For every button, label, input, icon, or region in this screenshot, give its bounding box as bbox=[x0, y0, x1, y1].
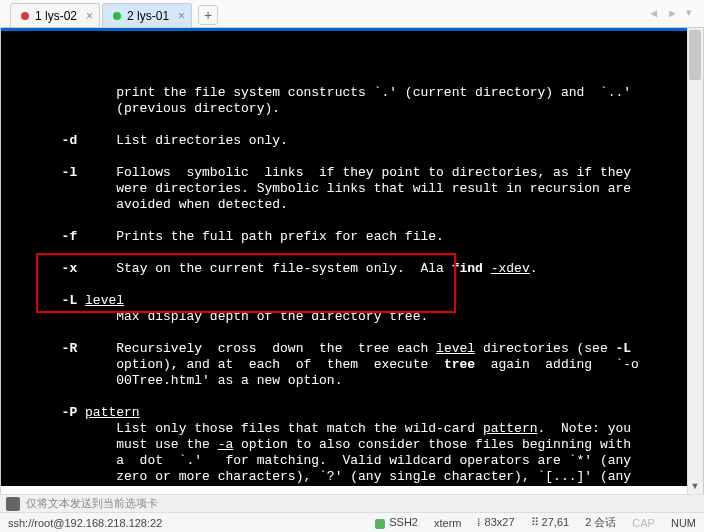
man-text: directories (see bbox=[475, 341, 615, 356]
tab-label: 2 lys-01 bbox=[127, 9, 169, 23]
man-text: Stay on the current file-system only. Al… bbox=[77, 261, 451, 276]
man-bold: -L bbox=[616, 341, 632, 356]
status-pos: ⠿ 27,61 bbox=[531, 516, 570, 529]
send-bar-text: 仅将文本发送到当前选项卡 bbox=[26, 496, 158, 511]
man-flag-l: -l bbox=[7, 165, 77, 180]
man-arg-pattern: pattern bbox=[85, 405, 140, 420]
tab-bar: 1 lys-02 × 2 lys-01 × + ◄ ► ▾ bbox=[0, 0, 704, 28]
man-flag-f: -f bbox=[7, 229, 77, 244]
man-text: must use the bbox=[7, 437, 218, 452]
status-size: ⁞ 83x27 bbox=[477, 516, 514, 529]
man-text: Recursively cross down the tree each bbox=[77, 341, 436, 356]
terminal-wrapper: print the file system constructs `.' (cu… bbox=[0, 28, 704, 494]
scrollbar[interactable]: ▼ bbox=[687, 28, 703, 494]
man-underline: -xdev bbox=[491, 261, 530, 276]
man-underline: pattern bbox=[483, 421, 538, 436]
man-text: were directories. Symbolic links that wi… bbox=[7, 181, 631, 196]
man-flag-R: -R bbox=[7, 341, 77, 356]
man-text: a dot `.' for matching. Valid wildcard o… bbox=[7, 453, 631, 468]
man-text: single character listed between brackets… bbox=[7, 485, 631, 486]
status-ssh: SSH2 bbox=[375, 516, 418, 528]
tab-label: 1 lys-02 bbox=[35, 9, 77, 23]
man-text: List only those files that match the wil… bbox=[7, 421, 483, 436]
man-text: again adding `-o bbox=[475, 357, 639, 372]
man-flag-x: -x bbox=[7, 261, 77, 276]
tab-lys-01[interactable]: 2 lys-01 × bbox=[102, 3, 192, 27]
terminal[interactable]: print the file system constructs `.' (cu… bbox=[1, 31, 703, 486]
man-text: Prints the full path prefix for each fil… bbox=[77, 229, 444, 244]
lock-icon bbox=[375, 519, 385, 529]
close-icon[interactable]: × bbox=[86, 9, 93, 23]
status-dot-unsaved bbox=[21, 12, 29, 20]
man-text: option), and at each of them execute bbox=[7, 357, 444, 372]
scroll-thumb[interactable] bbox=[689, 30, 701, 80]
man-text: option to also consider those files begi… bbox=[233, 437, 631, 452]
man-flag-d: -d bbox=[7, 133, 77, 148]
tab-nav: ◄ ► ▾ bbox=[644, 4, 696, 21]
status-bar: ssh://root@192.168.218.128:22 SSH2 xterm… bbox=[0, 512, 704, 532]
status-dot-connected bbox=[113, 12, 121, 20]
man-text: . Note: you bbox=[538, 421, 632, 436]
man-underline: level bbox=[436, 341, 475, 356]
man-arg-level: level bbox=[85, 293, 124, 308]
man-bold: find bbox=[452, 261, 483, 276]
send-bar: 仅将文本发送到当前选项卡 bbox=[0, 494, 704, 512]
send-icon[interactable] bbox=[6, 497, 20, 511]
man-flag-L: -L bbox=[7, 293, 77, 308]
man-text: zero or more characters), `?' (any singl… bbox=[7, 469, 631, 484]
status-term: xterm bbox=[434, 517, 462, 529]
man-flag-P: -P bbox=[7, 405, 77, 420]
new-tab-button[interactable]: + bbox=[198, 5, 218, 25]
tab-prev-icon[interactable]: ◄ bbox=[644, 5, 663, 21]
status-connection: ssh://root@192.168.218.128:22 bbox=[8, 517, 162, 529]
man-text: avoided when detected. bbox=[7, 197, 288, 212]
status-cap: CAP bbox=[632, 517, 655, 529]
tab-next-icon[interactable]: ► bbox=[663, 5, 682, 21]
man-underline: -a bbox=[218, 437, 234, 452]
status-sessions: 2 会话 bbox=[585, 515, 616, 530]
man-text: 00Tree.html' as a new option. bbox=[7, 373, 342, 388]
man-text: List directories only. bbox=[77, 133, 288, 148]
man-text: Max display depth of the directory tree. bbox=[7, 309, 428, 324]
man-bold: tree bbox=[444, 357, 475, 372]
tab-list-icon[interactable]: ▾ bbox=[682, 4, 696, 21]
close-icon[interactable]: × bbox=[178, 9, 185, 23]
man-text: (previous directory). bbox=[7, 101, 280, 116]
tab-lys-02[interactable]: 1 lys-02 × bbox=[10, 3, 100, 27]
scroll-down-icon[interactable]: ▼ bbox=[687, 478, 703, 494]
man-text: print the file system constructs `.' (cu… bbox=[7, 85, 631, 100]
man-text: Follows symbolic links if they point to … bbox=[77, 165, 631, 180]
status-num: NUM bbox=[671, 517, 696, 529]
